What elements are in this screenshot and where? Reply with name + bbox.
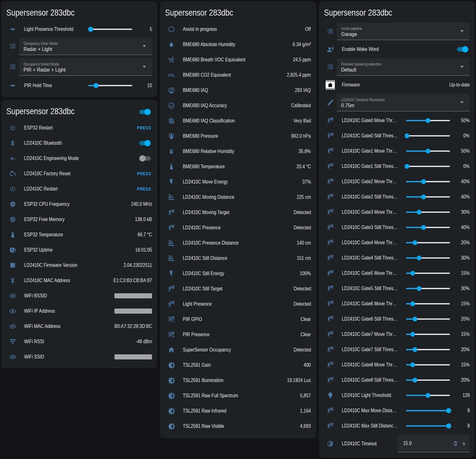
svg-text:CO: CO: [168, 73, 174, 77]
svg-text:32: 32: [11, 203, 14, 206]
svg-text:2: 2: [174, 75, 175, 78]
